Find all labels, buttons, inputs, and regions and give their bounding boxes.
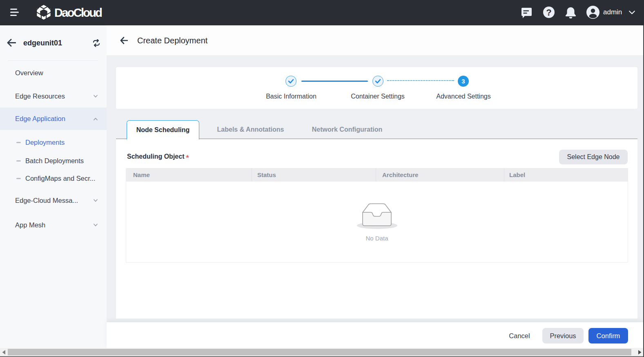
svg-text:?: ? [546, 7, 551, 18]
